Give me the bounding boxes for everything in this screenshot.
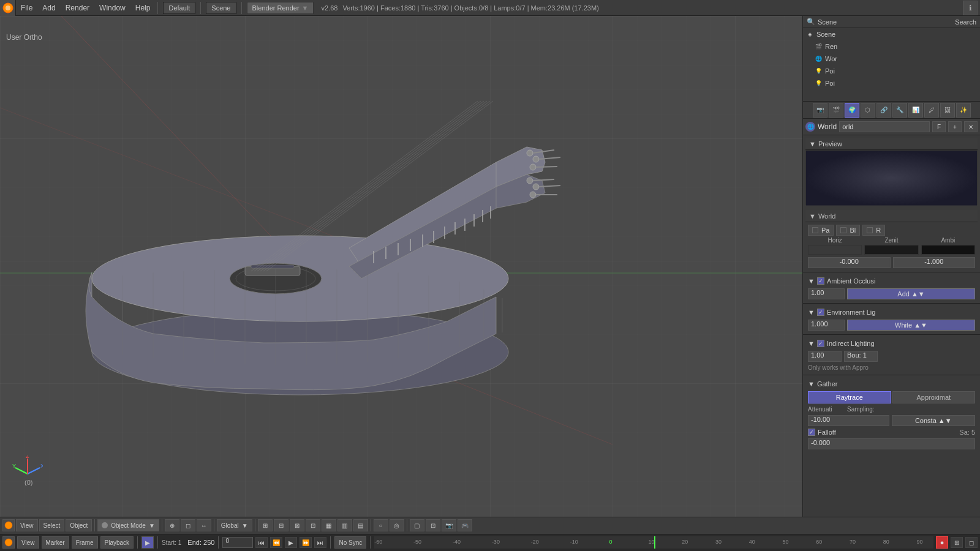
prop-particles-icon[interactable]: ✨: [956, 103, 971, 118]
timeline-playback-btn[interactable]: Playback: [100, 536, 134, 549]
prop-data-icon[interactable]: 📊: [908, 103, 923, 118]
current-frame-input[interactable]: 0: [222, 537, 253, 548]
anim-extra-btn1[interactable]: ⊞: [951, 537, 963, 548]
menu-help[interactable]: Help: [130, 0, 156, 16]
gather-header[interactable]: ▼ Gather: [805, 378, 978, 390]
indirect-checkbox[interactable]: ✓: [817, 340, 824, 347]
world-plus-button[interactable]: +: [948, 121, 962, 132]
snap-btn-2[interactable]: ⊟: [274, 519, 288, 531]
world-bl-btn[interactable]: Bl: [836, 225, 860, 236]
ao-checkbox[interactable]: ✓: [817, 277, 824, 285]
gather-approximate-tab[interactable]: Approximat: [892, 391, 976, 403]
3d-viewport[interactable]: User Ortho X Y Z (0): [0, 16, 802, 517]
ao-method-dropdown[interactable]: Add ▲▼: [847, 288, 975, 299]
record-btn[interactable]: ●: [936, 536, 948, 549]
prev-frame-btn[interactable]: ⏪: [270, 537, 282, 548]
object-button[interactable]: Object: [66, 519, 92, 531]
zenit-color-swatch[interactable]: [864, 245, 918, 255]
indirect-value-input[interactable]: 1.00: [808, 351, 842, 362]
render-engine-selector[interactable]: Blender Render ▼: [247, 2, 314, 14]
transform-space[interactable]: Global ▼: [217, 519, 252, 531]
falloff-checkbox[interactable]: ✓: [808, 429, 815, 436]
proportional-connected[interactable]: ◎: [390, 519, 404, 531]
workspace-selector[interactable]: Default: [163, 2, 195, 14]
move-tool[interactable]: ↔: [197, 519, 211, 531]
cursor-tool[interactable]: ⊕: [165, 519, 179, 531]
jump-start-btn[interactable]: ⏮: [255, 537, 268, 548]
outliner-item-scene[interactable]: ◈ Scene: [803, 28, 980, 40]
ambi-color-swatch[interactable]: [921, 245, 975, 255]
env-color-dropdown[interactable]: White ▲▼: [847, 320, 975, 331]
prop-texture-icon[interactable]: 🖼: [940, 103, 955, 118]
snap-btn-7[interactable]: ▤: [353, 519, 368, 531]
horiz-value-input[interactable]: -0.000: [808, 257, 891, 268]
view-button[interactable]: View: [16, 519, 38, 531]
timeline-ruler[interactable]: -60 -50 -40 -30 -20 -10 0 10 20 30 40 50…: [374, 536, 933, 549]
prop-object-icon[interactable]: ⬡: [861, 103, 875, 118]
anim-extra-btn2[interactable]: ◻: [965, 537, 978, 548]
outliner-item-render[interactable]: 🎬 Ren: [803, 40, 980, 53]
game-engine[interactable]: 🎮: [458, 519, 472, 531]
snap-btn-5[interactable]: ▦: [322, 519, 336, 531]
snap-btn-6[interactable]: ▥: [337, 519, 352, 531]
overlay-options[interactable]: ⊡: [426, 519, 440, 531]
gather-sampling-dropdown[interactable]: Consta ▲▼: [892, 415, 976, 426]
scene-selector[interactable]: Scene: [206, 2, 236, 14]
prop-modifier-icon[interactable]: 🔧: [892, 103, 907, 118]
jump-end-btn[interactable]: ⏭: [314, 537, 326, 548]
world-paper-btn[interactable]: Pa: [808, 225, 834, 236]
select-tool[interactable]: ◻: [181, 519, 195, 531]
zenit-value-input[interactable]: -1.000: [893, 257, 976, 268]
world-f-button[interactable]: F: [932, 121, 946, 132]
snap-btn-4[interactable]: ⊡: [306, 519, 320, 531]
gather-attenuati-input[interactable]: -10.00: [808, 415, 889, 426]
timeline-view-btn[interactable]: View: [17, 536, 39, 549]
outliner-item-lamp2[interactable]: 💡 Poi: [803, 77, 980, 89]
prop-render-icon[interactable]: 📷: [813, 103, 827, 118]
env-lighting-header[interactable]: ▼ ✓ Environment Lig: [805, 306, 978, 318]
menu-window[interactable]: Window: [94, 0, 130, 16]
svg-text:Y: Y: [12, 463, 16, 469]
world-r-btn[interactable]: R: [862, 225, 885, 236]
play-btn[interactable]: ▶: [285, 537, 297, 548]
env-value-input[interactable]: 1.000: [808, 320, 845, 331]
horiz-color-swatch[interactable]: [808, 245, 862, 255]
timeline-marker-btn[interactable]: Marker: [42, 536, 69, 549]
indirect-boun-input[interactable]: Bou: 1: [844, 351, 878, 362]
prop-world-icon[interactable]: 🌍: [845, 103, 859, 118]
world-name-input[interactable]: orld: [839, 121, 930, 132]
indirect-lighting-header[interactable]: ▼ ✓ Indirect Lighting: [805, 337, 978, 350]
menu-file[interactable]: File: [16, 0, 37, 16]
menu-render[interactable]: Render: [61, 0, 94, 16]
env-checkbox[interactable]: ✓: [817, 309, 824, 316]
outliner-item-world[interactable]: 🌐 Wor: [803, 53, 980, 65]
next-frame-btn[interactable]: ⏩: [300, 537, 312, 548]
ao-value-input[interactable]: 1.00: [808, 288, 845, 299]
info-icon[interactable]: ℹ: [963, 1, 978, 15]
render-preview[interactable]: 📷: [442, 519, 456, 531]
outliner-search-btn[interactable]: Search: [955, 18, 976, 26]
snap-btn-3[interactable]: ⊠: [290, 519, 304, 531]
gather-raytrace-tab[interactable]: Raytrace: [808, 391, 891, 403]
gather-last-input[interactable]: -0.000: [808, 438, 975, 449]
menu-add[interactable]: Add: [37, 0, 60, 16]
preview-header[interactable]: ▼ Preview: [805, 138, 978, 150]
no-sync-btn[interactable]: No Sync: [334, 536, 366, 549]
mode-selector[interactable]: Object Mode ▼: [97, 519, 159, 531]
prop-material-icon[interactable]: 🖊: [924, 103, 939, 118]
tick-10: 40: [749, 539, 755, 545]
world-props-header[interactable]: ▼ World: [805, 210, 978, 222]
prop-scene-icon[interactable]: 🎬: [829, 103, 843, 118]
svg-point-34: [533, 156, 539, 162]
prop-constraint-icon[interactable]: 🔗: [876, 103, 891, 118]
proportional-edit[interactable]: ○: [374, 519, 388, 531]
ambient-occlusion-header[interactable]: ▼ ✓ Ambient Occlusi: [805, 275, 978, 287]
outliner-item-lamp1[interactable]: 💡 Poi: [803, 65, 980, 77]
world-x-button[interactable]: ✕: [964, 121, 978, 132]
snap-btn-1[interactable]: ⊞: [258, 519, 273, 531]
select-button[interactable]: Select: [39, 519, 65, 531]
svg-line-61: [15, 468, 28, 474]
timeline-frame-btn[interactable]: Frame: [72, 536, 98, 549]
timeline-play-toggle[interactable]: ▶: [141, 536, 154, 549]
viewport-shade[interactable]: ▢: [410, 519, 424, 531]
